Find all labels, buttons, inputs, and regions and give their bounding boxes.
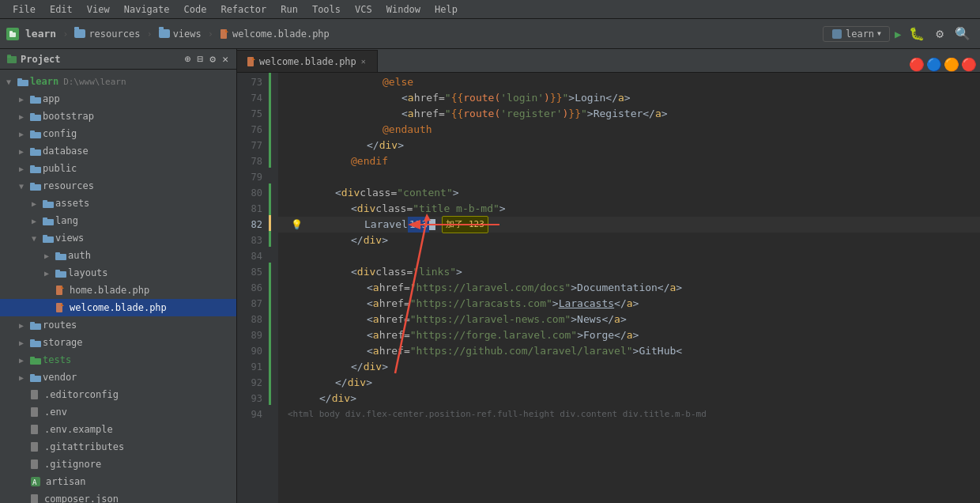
ln-90: 90 bbox=[237, 343, 262, 359]
code-74-str1: " bbox=[445, 90, 451, 106]
menu-file[interactable]: File bbox=[6, 2, 42, 17]
ln-91: 91 bbox=[237, 359, 262, 375]
run-play-button[interactable]: ▶ bbox=[895, 28, 901, 40]
editor-content[interactable]: 73 74 75 76 77 78 79 80 81 82 83 84 85 8… bbox=[237, 73, 980, 503]
code-90-str: "https://github.com/laravel/laravel" bbox=[410, 343, 633, 359]
run-controls: learn ▼ ▶ 🐛 ⚙ 🔍 bbox=[823, 26, 974, 42]
gutter-94 bbox=[269, 405, 278, 421]
lightbulb-icon: 💡 bbox=[291, 219, 303, 230]
tree-item-resources[interactable]: ▼ resources bbox=[0, 177, 236, 195]
code-92-lt: </ bbox=[335, 375, 348, 391]
breadcrumb-resources[interactable]: resources bbox=[74, 28, 140, 40]
code-93-lt: </ bbox=[319, 391, 332, 407]
code-80-gt: > bbox=[453, 185, 459, 201]
tree-item-root[interactable]: ▼ learn D:\www\learn bbox=[0, 73, 236, 90]
tree-item-welcome-blade[interactable]: welcome.blade.php bbox=[0, 299, 236, 316]
code-75-href: href= bbox=[414, 106, 445, 122]
code-area[interactable]: @else <a href="{{ route('login') }}" >Lo… bbox=[278, 73, 980, 503]
menu-vcs[interactable]: VCS bbox=[349, 2, 379, 17]
tree-item-composer-json[interactable]: composer.json bbox=[0, 490, 236, 503]
code-line-76: @endauth bbox=[278, 122, 980, 138]
code-77-lt: </ bbox=[367, 138, 379, 153]
tree-label-public: public bbox=[43, 163, 77, 174]
gutter-87 bbox=[269, 294, 278, 310]
code-line-91: </div> bbox=[278, 359, 980, 375]
gutter-90 bbox=[269, 342, 278, 357]
menu-refactor[interactable]: Refactor bbox=[214, 2, 273, 17]
tree-item-assets[interactable]: ▶ assets bbox=[0, 195, 236, 212]
tree-item-gitignore[interactable]: .gitignore bbox=[0, 456, 236, 473]
tree-item-routes[interactable]: ▶ routes bbox=[0, 316, 236, 334]
menu-help[interactable]: Help bbox=[428, 2, 464, 17]
svg-rect-18 bbox=[30, 165, 35, 168]
sidebar-collapse-button[interactable]: ⊟ bbox=[196, 52, 205, 66]
ln-78: 78 bbox=[237, 153, 262, 169]
tree-item-layouts[interactable]: ▶ layouts bbox=[0, 264, 236, 282]
code-83-gt: > bbox=[382, 233, 388, 248]
svg-rect-23 bbox=[43, 219, 54, 225]
tree-label-welcome-blade: welcome.blade.php bbox=[70, 302, 167, 313]
file-icon-editorconfig bbox=[30, 389, 40, 400]
firefox-icon[interactable]: 🔵 bbox=[926, 57, 942, 72]
breadcrumb-file[interactable]: welcome.blade.php bbox=[220, 28, 330, 40]
tree-label-tests: tests bbox=[43, 354, 71, 365]
debug-button[interactable]: 🐛 bbox=[906, 26, 928, 41]
tree-item-views[interactable]: ▼ views bbox=[0, 229, 236, 247]
code-75-route: route( bbox=[463, 106, 500, 122]
folder-icon-tests bbox=[30, 356, 41, 365]
tree-item-database[interactable]: ▶ database bbox=[0, 142, 236, 160]
folder-icon-resources bbox=[74, 29, 85, 38]
breadcrumb-views[interactable]: views bbox=[159, 28, 202, 40]
sidebar-close-button[interactable]: ✕ bbox=[220, 52, 230, 66]
ln-79: 79 bbox=[237, 169, 262, 185]
settings-button[interactable]: ⚙ bbox=[933, 26, 947, 41]
folder-icon-views bbox=[43, 234, 54, 243]
sidebar-locate-button[interactable]: ⊕ bbox=[183, 52, 193, 66]
svg-rect-1 bbox=[9, 31, 13, 33]
tree-item-home-blade[interactable]: home.blade.php bbox=[0, 282, 236, 299]
tree-item-app[interactable]: ▶ app bbox=[0, 90, 236, 108]
code-74-lt: < bbox=[401, 90, 408, 106]
tab-welcome-blade[interactable]: welcome.blade.php ✕ bbox=[237, 50, 378, 72]
expand-arrow-assets: ▶ bbox=[32, 199, 41, 208]
tree-label-assets: assets bbox=[55, 198, 89, 209]
tree-item-env[interactable]: .env bbox=[0, 403, 236, 421]
tree-item-gitattributes[interactable]: .gitattributes bbox=[0, 438, 236, 456]
tree-item-tests[interactable]: ▶ tests bbox=[0, 351, 236, 369]
code-line-86: <a href="https://laravel.com/docs" >Docu… bbox=[278, 280, 980, 296]
chrome-icon[interactable]: 🔴 bbox=[909, 57, 925, 72]
tree-item-vendor[interactable]: ▶ vendor bbox=[0, 369, 236, 386]
expand-arrow-bootstrap: ▶ bbox=[19, 112, 28, 121]
search-everywhere-button[interactable]: 🔍 bbox=[952, 26, 974, 41]
ie-icon[interactable]: 🔴 bbox=[961, 57, 977, 72]
run-config-selector[interactable]: learn ▼ bbox=[823, 26, 890, 42]
menu-run[interactable]: Run bbox=[274, 2, 304, 17]
breadcrumb-resources-label: resources bbox=[89, 28, 140, 40]
tree-item-public[interactable]: ▶ public bbox=[0, 160, 236, 177]
tree-item-auth[interactable]: ▶ auth bbox=[0, 247, 236, 264]
menu-view[interactable]: View bbox=[81, 2, 116, 17]
code-86-a2: a bbox=[670, 280, 677, 296]
expand-arrow-views: ▼ bbox=[32, 234, 41, 243]
gutter-74 bbox=[269, 89, 278, 104]
opera-icon[interactable]: 🟠 bbox=[944, 57, 959, 72]
code-line-74: <a href="{{ route('login') }}" >Login</a… bbox=[278, 90, 980, 106]
menu-tools[interactable]: Tools bbox=[306, 2, 347, 17]
tree-item-bootstrap[interactable]: ▶ bootstrap bbox=[0, 108, 236, 125]
tree-item-artisan[interactable]: A artisan bbox=[0, 473, 236, 490]
tree-item-config[interactable]: ▶ config bbox=[0, 125, 236, 142]
tab-close-button[interactable]: ✕ bbox=[360, 56, 368, 66]
menu-window[interactable]: Window bbox=[380, 2, 427, 17]
tree-item-env-example[interactable]: .env.example bbox=[0, 421, 236, 438]
annotation-box: 加了 123 bbox=[442, 216, 488, 233]
sidebar-gear-button[interactable]: ⚙ bbox=[208, 52, 217, 66]
code-75-brace1: {{ bbox=[451, 106, 464, 122]
menu-navigate[interactable]: Navigate bbox=[118, 2, 176, 17]
code-93-gt: > bbox=[350, 391, 356, 407]
tree-item-lang[interactable]: ▶ lang bbox=[0, 212, 236, 229]
menu-code[interactable]: Code bbox=[178, 2, 213, 17]
tree-item-storage[interactable]: ▶ storage bbox=[0, 334, 236, 351]
folder-icon-auth bbox=[55, 252, 66, 260]
menu-edit[interactable]: Edit bbox=[43, 2, 79, 17]
tree-item-editorconfig[interactable]: .editorconfig bbox=[0, 386, 236, 403]
